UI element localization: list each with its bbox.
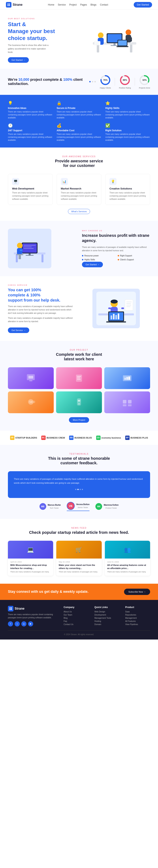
innovative-icon: 💡 bbox=[8, 101, 53, 105]
brand-icon-1: BC bbox=[41, 436, 46, 440]
testimonial-quote: There are many variations of passages of… bbox=[14, 477, 144, 485]
secure-icon: 🔒 bbox=[57, 101, 102, 105]
svg-rect-6 bbox=[130, 44, 132, 53]
youtube-icon[interactable]: ▶ bbox=[28, 621, 33, 626]
svg-rect-47 bbox=[18, 255, 21, 259]
nav-pages[interactable]: Pages bbox=[80, 3, 87, 6]
nav-cta-button[interactable]: Get Started bbox=[134, 2, 152, 7]
dot-3[interactable] bbox=[82, 489, 83, 490]
hero-text: Our Best Solutions Start & Manage your b… bbox=[8, 18, 79, 63]
news-title-2: All of these amazing features come at an… bbox=[107, 564, 148, 570]
news-card-2[interactable]: 👥 June 01 | 2024 All of these amazing fe… bbox=[105, 541, 150, 576]
brand-label-1: BUSINESS CREW bbox=[47, 437, 65, 439]
about-cta-button[interactable]: Get Started → bbox=[82, 262, 103, 267]
svg-text:SEO: SEO bbox=[29, 400, 35, 404]
footer-link-team[interactable]: Our Team bbox=[64, 614, 88, 616]
dot-1[interactable] bbox=[77, 489, 79, 490]
nav-service[interactable]: Service bbox=[58, 3, 66, 6]
services-more-button[interactable]: What's Services bbox=[68, 209, 90, 214]
brand-2[interactable]: BB BUSINESS BLVD bbox=[69, 436, 92, 440]
linkedin-icon[interactable]: in bbox=[21, 621, 27, 626]
brand-icon-4: BP bbox=[125, 436, 129, 440]
portfolio-section: Our Project Complete work for client lat… bbox=[0, 341, 158, 431]
news-img-2: 👥 bbox=[105, 541, 150, 559]
footer-link-repos[interactable]: Repositories bbox=[125, 614, 150, 616]
service-title-0: Web Development bbox=[12, 187, 49, 190]
footer-link-pipelines[interactable]: View Pipelines bbox=[125, 623, 150, 625]
news-date-2: June 01 | 2024 bbox=[107, 561, 148, 563]
newsletter-subscribe-button[interactable]: Subscribe Now → bbox=[124, 589, 150, 595]
news-card-0[interactable]: 💻 April 22 | 2024 With Woocommerce shop … bbox=[8, 541, 53, 576]
dot-0[interactable] bbox=[75, 489, 76, 490]
solution-icon: ✅ bbox=[105, 123, 150, 128]
svg-rect-46 bbox=[16, 254, 23, 255]
nav-project[interactable]: Project bbox=[69, 3, 77, 6]
svg-rect-73 bbox=[77, 379, 81, 379]
svg-rect-10 bbox=[111, 45, 118, 46]
svg-rect-36 bbox=[23, 243, 37, 253]
footer-link-about[interactable]: About Us bbox=[64, 611, 88, 613]
twitter-icon[interactable]: t bbox=[14, 621, 20, 626]
svg-point-15 bbox=[126, 30, 131, 35]
checklist-item-0: Resourse power bbox=[82, 255, 115, 257]
hero-cta-button[interactable]: Get Started → bbox=[8, 57, 29, 63]
footer-link-webdesign[interactable]: Web Design bbox=[94, 611, 119, 613]
brand-1[interactable]: BC BUSINESS CREW bbox=[41, 436, 65, 440]
services-section: Our Awesome Services Provide awesome ser… bbox=[0, 148, 158, 221]
svg-rect-57 bbox=[106, 321, 126, 322]
portfolio-item-2[interactable] bbox=[104, 367, 150, 389]
footer-link-saas[interactable]: Saas bbox=[125, 611, 150, 613]
footer-link-blog[interactable]: Blog bbox=[64, 617, 88, 619]
news-card-1[interactable]: 🛒 May 15 | 2024 Make your store stand ou… bbox=[56, 541, 102, 576]
portfolio-item-0[interactable] bbox=[8, 367, 54, 389]
checklist: Resourse power Right Support Highly Skil… bbox=[82, 255, 150, 262]
service-card-0[interactable]: 🖥️ Web Development There are many variat… bbox=[8, 174, 53, 205]
news-img-0: 💻 bbox=[8, 541, 53, 559]
brand-4[interactable]: BP BUSINESS PLUS bbox=[125, 436, 148, 440]
footer-col-company-links: About Us Our Team Blog Faq Contact Us bbox=[64, 611, 88, 625]
portfolio-item-3[interactable]: SEO bbox=[8, 392, 54, 413]
facebook-icon[interactable]: f bbox=[8, 621, 13, 626]
portfolio-item-4[interactable] bbox=[56, 392, 102, 413]
footer-link-domain[interactable]: Domain bbox=[94, 623, 119, 625]
footer-link-development[interactable]: Development bbox=[94, 614, 119, 616]
nav-home[interactable]: Home bbox=[48, 3, 54, 6]
footer-link-faq[interactable]: Faq bbox=[64, 620, 88, 622]
service-card-1[interactable]: 📊 Market Research There are many variati… bbox=[57, 174, 102, 205]
news-date-0: April 22 | 2024 bbox=[10, 561, 51, 563]
portfolio-item-5[interactable] bbox=[104, 392, 150, 413]
support-title: You can get 100% complete & 100% support… bbox=[8, 287, 76, 303]
footer-link-features[interactable]: All Features bbox=[125, 620, 150, 622]
author-1[interactable]: VB Verona Bolton Senior Tester bbox=[67, 502, 90, 511]
nav-blogs[interactable]: Blogs bbox=[90, 3, 96, 6]
feature-title-3: 24/7 Support bbox=[8, 129, 53, 132]
footer-link-management[interactable]: Management Tools bbox=[94, 617, 119, 619]
stat-happy-clients: 76% Happy Clients bbox=[100, 75, 111, 89]
svg-rect-59 bbox=[113, 314, 115, 319]
nav-contact[interactable]: Contact bbox=[100, 3, 108, 6]
about-section: Why Choose Us Increase business profit w… bbox=[0, 221, 158, 276]
svg-rect-85 bbox=[128, 400, 131, 404]
feature-title-1: Secure & Private bbox=[57, 107, 102, 110]
brand-0[interactable]: SB STARTUP BUILDERS bbox=[10, 436, 37, 440]
svg-rect-78 bbox=[128, 377, 130, 380]
brand-3[interactable]: EB economy business bbox=[96, 436, 121, 440]
portfolio-item-1[interactable] bbox=[56, 367, 102, 389]
svg-rect-76 bbox=[124, 378, 126, 380]
svg-rect-82 bbox=[78, 400, 80, 402]
footer-col-product-title: Product bbox=[125, 606, 150, 609]
svg-rect-33 bbox=[16, 254, 18, 262]
service-card-2[interactable]: 💡 Creative Solutions There are many vari… bbox=[105, 174, 150, 205]
svg-rect-68 bbox=[29, 376, 33, 378]
logo[interactable]: Strane bbox=[6, 2, 23, 7]
dot-2[interactable] bbox=[80, 489, 81, 490]
support-section: Check Service You can get 100% complete … bbox=[0, 276, 158, 341]
support-cta-button[interactable]: Get Service → bbox=[8, 328, 29, 333]
svg-rect-41 bbox=[26, 255, 34, 256]
author-2[interactable]: MK Marenna Kelton Product Tester bbox=[95, 502, 118, 511]
footer-link-mgmt[interactable]: Management bbox=[125, 617, 150, 619]
author-0[interactable]: MB Marcus Burke Tech Tester bbox=[40, 502, 61, 511]
footer-link-contact[interactable]: Contact Us bbox=[64, 623, 88, 625]
more-projects-button[interactable]: More Project bbox=[69, 417, 89, 423]
footer-link-hosting[interactable]: Hosting bbox=[94, 620, 119, 622]
